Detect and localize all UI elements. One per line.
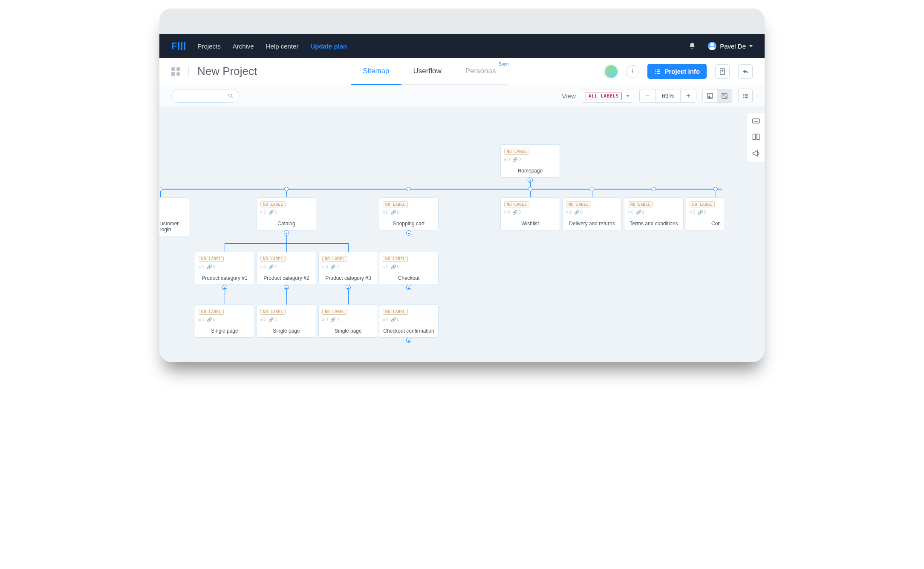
node-meta: ≡ 0🔗 0	[322, 317, 374, 322]
project-info-label: Project info	[664, 68, 700, 75]
node-meta: ≡ 0🔗 0	[504, 210, 556, 215]
share-icon	[742, 68, 749, 75]
node-title: Delivery and returns	[566, 221, 618, 227]
node-contact[interactable]: NO LABEL ≡ 0🔗 0 Con	[686, 197, 724, 230]
user-menu[interactable]: Pavel De	[708, 42, 753, 50]
structure-icon	[742, 92, 749, 99]
nav-projects[interactable]: Projects	[197, 43, 220, 50]
collaborator-avatar[interactable]	[605, 65, 618, 78]
export-button[interactable]	[715, 64, 730, 79]
node-badge: NO LABEL	[199, 309, 224, 315]
node-badge: NO LABEL	[322, 256, 347, 262]
announcements-button[interactable]	[752, 149, 760, 158]
zoom-in-button[interactable]: +	[681, 89, 696, 102]
nav-help-center[interactable]: Help center	[266, 43, 299, 50]
node-meta: ≡ 0🔗 0	[566, 210, 618, 215]
node-title: Single page	[260, 328, 312, 334]
node-badge: NO LABEL	[199, 256, 224, 262]
notifications-icon[interactable]	[688, 42, 696, 50]
filter-value: ALL LABELS	[586, 92, 622, 100]
svg-rect-4	[752, 119, 759, 123]
node-badge: NO LABEL	[383, 309, 408, 315]
node-single-page-3[interactable]: NO LABEL ≡ 0🔗 0 Single page	[318, 305, 378, 338]
node-product-cat-1[interactable]: NO LABEL ≡ 0🔗 0 Product category #1	[195, 252, 254, 285]
node-title: Shopping cart	[383, 221, 435, 227]
node-catalog[interactable]: NO LABEL ≡ 0🔗 0 Catalog	[257, 197, 316, 230]
node-collapse-toggle[interactable]	[406, 285, 411, 290]
tab-personas[interactable]: Personas Soon	[453, 58, 508, 85]
keyboard-shortcuts-button[interactable]	[752, 117, 760, 125]
thumbnails-on-button[interactable]	[703, 89, 717, 102]
node-checkout[interactable]: NO LABEL ≡ 0🔗 0 Checkout	[379, 252, 439, 285]
thumbnails-off-button[interactable]	[717, 89, 732, 102]
node-meta: ≡ 0🔗 0	[260, 317, 312, 322]
node-checkout-confirmation[interactable]: NO LABEL ≡ 0🔗 0 Checkout confirmation	[379, 305, 439, 338]
node-collapse-toggle[interactable]	[284, 230, 289, 236]
svg-point-2	[709, 95, 710, 96]
canvas-toolbar: View ALL LABELS − 69% +	[159, 85, 765, 107]
node-wishlist[interactable]: NO LABEL ≡ 0🔗 0 Wishlist	[500, 197, 560, 230]
node-title: Terms and conditions	[628, 221, 680, 227]
node-collapse-toggle[interactable]	[222, 285, 227, 290]
node-homepage[interactable]: NO LABEL ≡ 0🔗 0 Homepage	[500, 144, 560, 178]
node-collapse-toggle[interactable]	[284, 285, 289, 290]
docs-button[interactable]	[752, 133, 760, 141]
project-bar: New Project Sitemap Userflow Personas So…	[159, 58, 765, 85]
node-terms[interactable]: NO LABEL ≡ 0🔗 0 Terms and conditions	[624, 197, 684, 230]
node-title: ustomer login	[160, 221, 185, 233]
keyboard-icon	[752, 117, 760, 125]
node-meta: ≡ 0🔗 0	[383, 317, 435, 322]
svg-point-0	[229, 94, 232, 97]
sitemap-canvas[interactable]: NO LABEL ≡ 0🔗 0 Homepage NO LABEL 0🔗 0 u…	[159, 107, 765, 362]
node-badge: NO LABEL	[260, 309, 286, 315]
tab-userflow[interactable]: Userflow	[401, 58, 453, 85]
node-meta: ≡ 0🔗 0	[260, 264, 312, 269]
side-rail	[747, 112, 765, 162]
node-badge: NO LABEL	[504, 201, 529, 207]
soon-badge: Soon	[499, 62, 508, 66]
node-meta: ≡ 0🔗 0	[690, 210, 721, 215]
add-collaborator-button[interactable]: +	[626, 65, 639, 78]
node-product-cat-3[interactable]: NO LABEL ≡ 0🔗 0 Product category #3	[318, 252, 378, 285]
project-info-button[interactable]: Project info	[647, 64, 707, 79]
node-collapse-toggle[interactable]	[406, 230, 411, 236]
node-meta: 0🔗 0	[159, 210, 185, 215]
dashboard-icon[interactable]	[171, 67, 180, 76]
tab-sitemap[interactable]: Sitemap	[351, 58, 401, 85]
nav-update-plan[interactable]: Update plan	[310, 43, 347, 50]
node-badge: NO LABEL	[383, 201, 408, 207]
node-title: Homepage	[504, 168, 556, 174]
zoom-out-button[interactable]: −	[640, 89, 655, 102]
node-meta: ≡ 0🔗 0	[322, 264, 374, 269]
zoom-value: 69%	[655, 89, 681, 102]
node-badge: NO LABEL	[322, 309, 347, 315]
node-badge: NO LABEL	[383, 256, 408, 262]
node-single-page-2[interactable]: NO LABEL ≡ 0🔗 0 Single page	[257, 305, 316, 338]
node-delivery-returns[interactable]: NO LABEL ≡ 0🔗 0 Delivery and returns	[562, 197, 622, 230]
nav-archive[interactable]: Archive	[233, 43, 254, 50]
app-logo[interactable]: F	[171, 40, 185, 52]
node-collapse-toggle[interactable]	[406, 338, 411, 343]
export-icon	[719, 68, 726, 75]
share-button[interactable]	[738, 64, 753, 79]
node-customer-login[interactable]: NO LABEL 0🔗 0 ustomer login	[159, 197, 189, 236]
node-badge: NO LABEL	[566, 201, 591, 207]
label-filter[interactable]: ALL LABELS	[582, 89, 633, 103]
project-title[interactable]: New Project	[197, 65, 257, 78]
node-title: Single page	[199, 328, 251, 334]
image-icon	[707, 92, 713, 99]
node-collapse-toggle[interactable]	[346, 285, 351, 290]
node-collapse-toggle[interactable]	[528, 178, 533, 183]
node-meta: ≡ 0🔗 0	[628, 210, 680, 215]
node-shopping-cart[interactable]: NO LABEL ≡ 0🔗 0 Shopping cart	[379, 197, 439, 230]
node-title: Wishlist	[504, 221, 556, 227]
node-title: Product category #2	[260, 275, 312, 281]
node-title: Product category #3	[322, 275, 374, 281]
node-product-cat-2[interactable]: NO LABEL ≡ 0🔗 0 Product category #2	[257, 252, 316, 285]
structure-view-button[interactable]	[738, 89, 753, 103]
chevron-down-icon	[749, 45, 753, 47]
node-single-page-1[interactable]: NO LABEL ≡ 0🔗 0 Single page	[195, 305, 254, 338]
chevron-down-icon	[626, 95, 629, 97]
node-title: Single page	[322, 328, 374, 334]
search-input[interactable]	[171, 89, 240, 103]
